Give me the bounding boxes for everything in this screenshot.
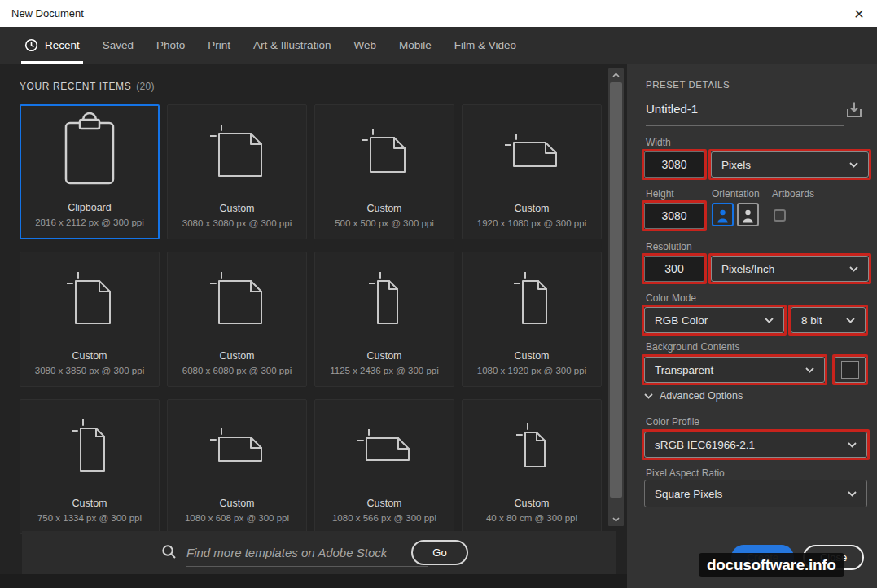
tab-saved[interactable]: Saved xyxy=(91,27,145,64)
bottom-edge xyxy=(0,574,627,588)
width-label: Width xyxy=(646,137,671,148)
pixel-aspect-dropdown[interactable]: Square Pixels xyxy=(644,480,867,507)
bit-depth-dropdown[interactable]: 8 bit xyxy=(791,307,866,333)
template-dimensions: 40 x 80 cm @ 300 ppi xyxy=(486,513,577,523)
resolution-unit-annotation: Pixels/Inch xyxy=(708,253,871,284)
custom-document-icon xyxy=(463,257,601,340)
resolution-annotation: 300 xyxy=(642,253,707,284)
tab-photo[interactable]: Photo xyxy=(145,27,196,64)
color-mode-value: RGB Color xyxy=(655,314,708,327)
tab-film-video[interactable]: Film & Video xyxy=(443,27,528,64)
template-dimensions: 1080 x 1920 px @ 300 ppi xyxy=(477,366,586,375)
template-name: Custom xyxy=(366,203,401,214)
width-input[interactable]: 3080 xyxy=(644,151,704,178)
color-mode-annotation: RGB Color xyxy=(642,305,787,336)
template-card[interactable]: Custom 1080 x 608 px @ 300 ppi xyxy=(167,399,307,534)
tab-label: Photo xyxy=(156,39,185,51)
template-dimensions: 1125 x 2436 px @ 300 ppi xyxy=(330,366,439,375)
tab-label: Saved xyxy=(103,39,134,51)
preset-details-header: PRESET DETAILS xyxy=(646,80,730,90)
width-annotation: 3080 xyxy=(642,149,707,180)
advanced-options-toggle[interactable]: Advanced Options xyxy=(644,390,743,402)
close-icon[interactable]: ✕ xyxy=(849,4,869,24)
template-card[interactable]: Custom 3080 x 3080 px @ 300 ppi xyxy=(167,104,307,239)
template-name: Custom xyxy=(366,498,401,509)
tab-print[interactable]: Print xyxy=(196,27,242,64)
chevron-down-icon xyxy=(644,393,653,399)
bit-depth-annotation: 8 bit xyxy=(788,305,868,336)
advanced-options-label: Advanced Options xyxy=(660,390,743,402)
clipboard-icon xyxy=(21,111,158,192)
scrollbar-thumb[interactable] xyxy=(610,82,622,498)
tab-art-illustration[interactable]: Art & Illustration xyxy=(242,27,342,64)
custom-document-icon xyxy=(463,110,601,193)
height-annotation: 3080 xyxy=(642,200,707,231)
custom-document-icon xyxy=(463,405,601,488)
tab-label: Art & Illustration xyxy=(253,39,331,51)
scroll-up-icon[interactable] xyxy=(608,68,624,81)
template-card[interactable]: Custom 1920 x 1080 px @ 300 ppi xyxy=(462,104,602,239)
tab-mobile[interactable]: Mobile xyxy=(388,27,443,64)
scroll-down-icon[interactable] xyxy=(608,513,624,526)
template-card[interactable]: Clipboard 2816 x 2112 px @ 300 ppi xyxy=(20,104,160,239)
template-card[interactable]: Custom 1080 x 566 px @ 300 ppi xyxy=(314,399,454,534)
orientation-portrait-button[interactable] xyxy=(712,203,734,226)
custom-document-icon xyxy=(20,257,159,340)
custom-document-icon xyxy=(20,405,159,488)
background-dropdown[interactable]: Transparent xyxy=(644,357,825,383)
template-card[interactable]: Custom 1125 x 2436 px @ 300 ppi xyxy=(314,252,454,387)
orientation-landscape-button[interactable] xyxy=(737,203,759,226)
template-card[interactable]: Custom 3080 x 3850 px @ 300 ppi xyxy=(20,252,160,387)
template-card[interactable]: Custom 750 x 1334 px @ 300 ppi xyxy=(20,399,160,534)
width-unit-dropdown[interactable]: Pixels xyxy=(711,151,869,178)
color-profile-value: sRGB IEC61966-2.1 xyxy=(655,439,755,451)
search-input[interactable]: Find more templates on Adobe Stock xyxy=(186,539,428,567)
background-contents-label: Background Contents xyxy=(646,341,739,353)
artboards-checkbox[interactable] xyxy=(774,209,786,222)
landscape-icon xyxy=(742,208,754,223)
template-dimensions: 750 x 1334 px @ 300 ppi xyxy=(37,513,142,523)
template-name: Custom xyxy=(72,498,107,509)
artboards-label: Artboards xyxy=(772,188,814,200)
background-color-swatch[interactable] xyxy=(835,357,866,383)
template-dimensions: 6080 x 6080 px @ 300 ppi xyxy=(182,366,292,375)
tab-web[interactable]: Web xyxy=(342,27,388,64)
template-dimensions: 3080 x 3080 px @ 300 ppi xyxy=(182,218,292,228)
tab-recent[interactable]: Recent xyxy=(13,27,91,64)
resolution-input[interactable]: 300 xyxy=(644,256,704,282)
template-card[interactable]: Custom 1080 x 1920 px @ 300 ppi xyxy=(462,252,602,387)
tab-label: Mobile xyxy=(399,39,432,51)
height-label: Height xyxy=(646,188,674,200)
orientation-label: Orientation xyxy=(712,188,760,200)
resolution-label: Resolution xyxy=(646,241,692,252)
adobe-stock-searchbar: Find more templates on Adobe Stock Go xyxy=(22,531,616,575)
recent-items-header: YOUR RECENT ITEMS(20) xyxy=(20,81,155,92)
resolution-unit-dropdown[interactable]: Pixels/Inch xyxy=(711,256,869,282)
save-preset-icon[interactable] xyxy=(844,99,865,121)
template-dimensions: 1080 x 566 px @ 300 ppi xyxy=(332,513,436,523)
template-card[interactable]: Custom 500 x 500 px @ 300 ppi xyxy=(314,104,454,239)
name-underline xyxy=(646,125,844,126)
color-mode-dropdown[interactable]: RGB Color xyxy=(644,307,784,333)
width-unit-value: Pixels xyxy=(721,159,751,171)
background-annotation: Transparent xyxy=(642,354,827,385)
go-button[interactable]: Go xyxy=(411,540,468,565)
document-name-input[interactable]: Untitled-1 xyxy=(646,102,698,116)
tab-label: Film & Video xyxy=(454,39,516,51)
dialog-titlebar: New Document ✕ xyxy=(0,0,877,27)
recent-items-count: (20) xyxy=(136,81,155,92)
template-card[interactable]: Custom 40 x 80 cm @ 300 ppi xyxy=(462,399,602,534)
height-input[interactable]: 3080 xyxy=(644,203,704,229)
vertical-scrollbar[interactable] xyxy=(608,68,624,526)
template-dimensions: 1080 x 608 px @ 300 ppi xyxy=(185,513,289,523)
dialog-title: New Document xyxy=(11,7,84,20)
pixel-aspect-label: Pixel Aspect Ratio xyxy=(646,467,725,479)
tab-label: Web xyxy=(353,39,376,51)
color-profile-dropdown[interactable]: sRGB IEC61966-2.1 xyxy=(644,432,867,458)
chevron-down-icon xyxy=(849,162,858,168)
template-card[interactable]: Custom 6080 x 6080 px @ 300 ppi xyxy=(167,252,307,387)
width-unit-annotation: Pixels xyxy=(708,149,871,180)
portrait-icon xyxy=(717,208,729,223)
background-swatch-annotation xyxy=(832,354,868,385)
template-dimensions: 3080 x 3850 px @ 300 ppi xyxy=(35,366,144,375)
